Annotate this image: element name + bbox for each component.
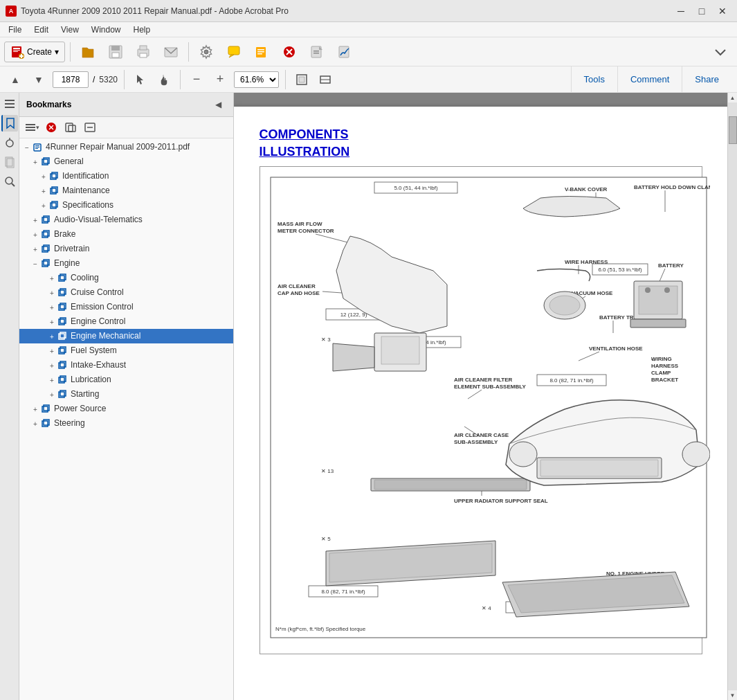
expand-fuel-system[interactable]: + bbox=[47, 345, 57, 357]
menu-window[interactable]: Window bbox=[86, 24, 127, 36]
page-number-input[interactable] bbox=[53, 71, 89, 88]
bookmark-item-power-source[interactable]: + Power Source bbox=[19, 402, 233, 416]
expand-specifications[interactable]: + bbox=[39, 200, 48, 211]
menu-edit[interactable]: Edit bbox=[28, 24, 54, 36]
select-tool-button[interactable] bbox=[131, 70, 150, 89]
svg-point-161 bbox=[549, 296, 580, 315]
print-button[interactable] bbox=[131, 41, 156, 63]
bookmark-item-engine[interactable]: − Engine bbox=[19, 256, 233, 271]
svg-text:SUB-ASSEMBLY: SUB-ASSEMBLY bbox=[454, 439, 498, 445]
expand-starting[interactable]: + bbox=[47, 389, 57, 400]
save-button[interactable] bbox=[103, 41, 128, 63]
scroll-up-arrow[interactable]: ▲ bbox=[728, 93, 738, 102]
tools-tab[interactable]: Tools bbox=[571, 66, 617, 93]
sidebar-expand-button[interactable] bbox=[62, 120, 79, 135]
bookmark-item-cruise-control[interactable]: + Cruise Control bbox=[19, 285, 233, 300]
fit-page-button[interactable] bbox=[292, 70, 311, 89]
create-button[interactable]: Create ▾ bbox=[4, 42, 65, 62]
open-button[interactable] bbox=[75, 41, 100, 63]
expand-maintenance[interactable]: + bbox=[39, 186, 48, 197]
export-button[interactable] bbox=[304, 41, 329, 63]
menu-help[interactable]: Help bbox=[128, 24, 156, 36]
svg-rect-43 bbox=[26, 124, 35, 125]
bookmark-item-audio-visual[interactable]: + Audio-Visual-Telematics bbox=[19, 213, 233, 227]
hand-tool-button[interactable] bbox=[154, 70, 174, 89]
bookmark-item-specifications[interactable]: + Specifications bbox=[19, 198, 233, 213]
sign-button[interactable] bbox=[332, 41, 357, 63]
pdf-area[interactable]: COMPONENTS ILLUSTRATION 5.0 (51, 44 in.*… bbox=[234, 93, 727, 700]
panel-bookmarks-button[interactable] bbox=[1, 115, 18, 132]
expand-intake-exhaust[interactable]: + bbox=[47, 360, 57, 371]
page-total: 5320 bbox=[99, 75, 118, 84]
comment-tab[interactable]: Comment bbox=[617, 66, 682, 93]
svg-line-42 bbox=[12, 183, 15, 186]
bookmark-item-intake-exhaust[interactable]: + Intake-Exhaust bbox=[19, 358, 233, 373]
fit-width-button[interactable] bbox=[316, 70, 335, 89]
menu-file[interactable]: File bbox=[3, 24, 27, 36]
sidebar-collapse-all-button[interactable] bbox=[82, 120, 98, 135]
bookmark-item-starting[interactable]: + Starting bbox=[19, 387, 233, 402]
bookmark-item-maintenance[interactable]: + Maintenance bbox=[19, 183, 233, 198]
zoom-out-button[interactable]: − bbox=[187, 70, 206, 89]
right-scrollbar[interactable]: ▲ ▼ bbox=[727, 93, 737, 700]
expand-lubrication[interactable]: + bbox=[47, 375, 57, 386]
expand-drivetrain[interactable]: + bbox=[30, 244, 40, 255]
bookmark-item-brake[interactable]: + Brake bbox=[19, 227, 233, 242]
expand-brake[interactable]: + bbox=[30, 229, 40, 240]
maximize-button[interactable]: □ bbox=[693, 4, 711, 18]
panel-pages-button[interactable] bbox=[1, 154, 18, 170]
panel-search-button[interactable] bbox=[1, 173, 18, 190]
expand-general[interactable]: + bbox=[30, 156, 40, 168]
panel-navigation-button[interactable] bbox=[1, 96, 18, 112]
menu-view[interactable]: View bbox=[55, 24, 84, 36]
sidebar-collapse-button[interactable]: ◀ bbox=[210, 97, 226, 112]
expand-cooling[interactable]: + bbox=[47, 273, 57, 284]
settings-button[interactable] bbox=[194, 41, 219, 63]
expand-steering[interactable]: + bbox=[30, 418, 40, 429]
bookmark-item-fuel-system[interactable]: + Fuel System bbox=[19, 343, 233, 358]
bookmark-item-identification[interactable]: + Identification bbox=[19, 169, 233, 183]
expand-audio-visual[interactable]: + bbox=[30, 215, 40, 226]
markup-button[interactable] bbox=[249, 41, 274, 63]
sidebar-close-all-button[interactable] bbox=[43, 120, 60, 135]
expand-root[interactable]: − bbox=[22, 142, 32, 153]
svg-rect-54 bbox=[35, 145, 39, 146]
zoom-in-button[interactable]: + bbox=[210, 70, 230, 89]
zoom-select[interactable]: 61.6% 50% 75% 100% 125% 150% bbox=[234, 71, 279, 88]
bookmark-item-engine-control[interactable]: + Engine Control bbox=[19, 314, 233, 329]
scroll-thumb[interactable] bbox=[729, 116, 737, 144]
expand-identification[interactable]: + bbox=[39, 171, 48, 182]
svg-text:CAP AND HOSE: CAP AND HOSE bbox=[277, 290, 320, 296]
expand-button[interactable] bbox=[708, 41, 733, 63]
nav-down-button[interactable]: ▼ bbox=[29, 70, 48, 89]
bookmark-item-lubrication[interactable]: + Lubrication bbox=[19, 373, 233, 387]
panel-attachments-button[interactable] bbox=[1, 134, 18, 151]
close-button[interactable]: ✕ bbox=[713, 4, 731, 18]
expand-engine-mechanical[interactable]: + bbox=[47, 331, 57, 342]
pdf-title-1[interactable]: COMPONENTS bbox=[260, 127, 702, 142]
bookmark-item-root[interactable]: − 4Runner Repair Manual 2009-2011.pdf bbox=[19, 140, 233, 154]
pdf-title-2[interactable]: ILLUSTRATION bbox=[260, 145, 702, 159]
minimize-button[interactable]: ─ bbox=[672, 4, 690, 18]
bookmark-item-drivetrain[interactable]: + Drivetrain bbox=[19, 242, 233, 256]
expand-engine-control[interactable]: + bbox=[47, 316, 57, 327]
nav-up-button[interactable]: ▲ bbox=[6, 70, 25, 89]
email-button[interactable] bbox=[158, 41, 183, 63]
expand-cruise-control[interactable]: + bbox=[47, 287, 57, 298]
expand-emission-control[interactable]: + bbox=[47, 302, 57, 313]
bookmark-item-emission-control[interactable]: + Emission Control bbox=[19, 300, 233, 314]
svg-point-157 bbox=[645, 287, 650, 293]
share-tab[interactable]: Share bbox=[682, 66, 731, 93]
redact-button[interactable] bbox=[277, 41, 302, 63]
comment-tool-button[interactable] bbox=[221, 41, 246, 63]
create-icon bbox=[10, 45, 24, 59]
bookmark-item-engine-mechanical[interactable]: + Engine Mechanical bbox=[19, 329, 233, 343]
expand-engine[interactable]: − bbox=[30, 258, 40, 269]
bookmark-item-cooling[interactable]: + Cooling bbox=[19, 271, 233, 285]
expand-power-source[interactable]: + bbox=[30, 404, 40, 415]
bookmark-item-steering[interactable]: + Steering bbox=[19, 416, 233, 431]
sign-icon bbox=[336, 44, 353, 60]
bookmark-item-general[interactable]: + General bbox=[19, 154, 233, 169]
scroll-down-arrow[interactable]: ▼ bbox=[728, 690, 738, 700]
sidebar-menu-button[interactable]: ▾ bbox=[24, 120, 40, 135]
